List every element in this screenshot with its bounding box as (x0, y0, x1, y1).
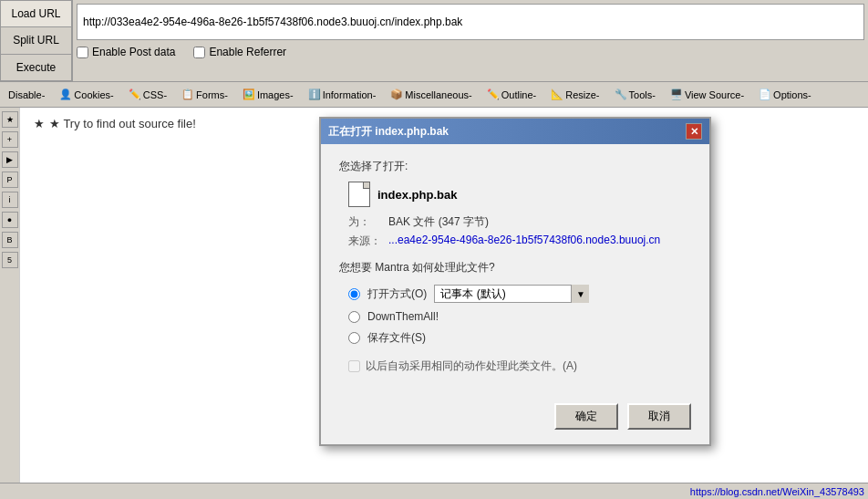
url-input[interactable] (77, 4, 864, 40)
dialog-close-button[interactable]: ✕ (686, 123, 702, 140)
left-icon-p: P (2, 172, 18, 188)
for-value: BAK 文件 (347 字节) (388, 214, 489, 230)
css-icon: ✏️ (129, 88, 141, 100)
menu-options[interactable]: 📄 Options- (752, 85, 818, 104)
confirm-button[interactable]: 确定 (554, 403, 618, 430)
enable-post-checkbox[interactable] (77, 47, 88, 58)
left-icon-arrow: ▶ (2, 151, 18, 168)
left-icon-panel: ★ + ▶ P i ● B 5 (0, 108, 20, 499)
forms-label: Forms- (196, 89, 228, 100)
menu-resize[interactable]: 📐 Resize- (544, 85, 605, 104)
menu-images[interactable]: 🖼️ Images- (236, 85, 300, 104)
enable-post-label[interactable]: Enable Post data (77, 46, 175, 58)
left-buttons: Load URL Split URL Execute (0, 0, 73, 81)
left-icon-num: 5 (2, 252, 18, 268)
for-label: 为： (348, 214, 385, 230)
execute-button[interactable]: Execute (0, 54, 72, 81)
forms-icon: 📋 (181, 88, 194, 100)
radio-save-row: 保存文件(S) (348, 330, 691, 346)
file-open-dialog: 正在打开 index.php.bak ✕ 您选择了打开: index.php.b… (319, 117, 711, 446)
question-row: 您想要 Mantra 如何处理此文件? (339, 260, 691, 275)
status-bar: https://blog.csdn.net/WeiXin_43578493 (0, 483, 868, 499)
menu-outline[interactable]: ✏️ Outline- (480, 85, 543, 104)
outline-icon: ✏️ (487, 88, 500, 100)
options-label: Options- (773, 89, 811, 100)
radio-open[interactable] (348, 288, 360, 300)
load-url-button[interactable]: Load URL (0, 0, 72, 26)
left-icon-circle: ● (2, 212, 18, 228)
information-icon: ℹ️ (308, 88, 321, 100)
radio-save-label: 保存文件(S) (367, 330, 426, 346)
you-chose-label: 您选择了打开: (339, 159, 691, 174)
menu-view-source[interactable]: 🖥️ View Source- (664, 85, 750, 104)
images-label: Images- (257, 89, 294, 100)
radio-group: 打开方式(O) 记事本 (默认) ▼ DownThemAll! 保存文件(S) (339, 285, 691, 346)
enable-referrer-text: Enable Referrer (209, 46, 286, 58)
question-text: 您想要 Mantra 如何处理此文件? (339, 261, 495, 274)
top-bar: Load URL Split URL Execute Enable Post d… (0, 0, 868, 82)
radio-open-row: 打开方式(O) 记事本 (默认) ▼ (348, 285, 691, 303)
post-referrer-row: Enable Post data Enable Referrer (77, 46, 864, 58)
auto-action-row: 以后自动采用相同的动作处理此类文件。(A) (339, 359, 691, 374)
tools-label: Tools- (629, 89, 656, 100)
resize-icon: 📐 (551, 88, 563, 100)
enable-referrer-checkbox[interactable] (193, 47, 205, 58)
auto-action-label: 以后自动采用相同的动作处理此类文件。(A) (366, 359, 577, 374)
menu-css[interactable]: ✏️ CSS- (122, 85, 173, 104)
main-area: ★ + ▶ P i ● B 5 ★ ★ Try to find out sour… (0, 108, 868, 499)
from-value: ...ea4e2-954e-496a-8e26-1b5f57438f06.nod… (388, 234, 660, 249)
tools-icon: 🔧 (615, 88, 627, 100)
miscellaneous-icon: 📦 (390, 88, 403, 100)
menu-cookies[interactable]: 👤 Cookies- (53, 85, 119, 104)
from-label: 来源： (348, 234, 385, 249)
radio-save[interactable] (348, 332, 360, 344)
disable-label: Disable- (8, 89, 45, 100)
open-method-select[interactable]: 记事本 (默认) (434, 285, 589, 303)
auto-action-checkbox[interactable] (348, 360, 360, 372)
outline-label: Outline- (501, 89, 537, 100)
radio-downthemall[interactable] (348, 311, 360, 323)
cookies-icon: 👤 (59, 88, 72, 100)
radio-downthemall-label: DownThemAll! (367, 310, 439, 323)
menu-miscellaneous[interactable]: 📦 Miscellaneous- (384, 85, 478, 104)
file-icon-row: index.php.bak (339, 182, 691, 207)
left-icon-star: ★ (2, 111, 18, 128)
dialog-body: 您选择了打开: index.php.bak 为： BAK 文件 (347 字节)… (321, 144, 709, 403)
content-message: ★ Try to find out source file! (49, 117, 196, 130)
cancel-button[interactable]: 取消 (627, 403, 691, 430)
file-icon (348, 182, 370, 207)
dialog-title-bar: 正在打开 index.php.bak ✕ (321, 119, 709, 144)
css-label: CSS- (143, 89, 167, 100)
dialog-title-text: 正在打开 index.php.bak (328, 124, 449, 140)
enable-post-text: Enable Post data (92, 46, 175, 58)
menu-tools[interactable]: 🔧 Tools- (608, 85, 662, 104)
menu-forms[interactable]: 📋 Forms- (175, 85, 234, 104)
open-method-wrapper: 记事本 (默认) ▼ (434, 285, 589, 303)
url-area: Enable Post data Enable Referrer (73, 0, 868, 81)
menu-bar: Disable- 👤 Cookies- ✏️ CSS- 📋 Forms- 🖼️ … (0, 82, 868, 108)
images-icon: 🖼️ (243, 88, 255, 100)
star-icon: ★ (34, 117, 45, 130)
view-source-icon: 🖥️ (670, 88, 683, 100)
view-source-label: View Source- (685, 89, 744, 100)
for-row: 为： BAK 文件 (347 字节) (339, 214, 691, 230)
information-label: Information- (323, 89, 377, 100)
miscellaneous-label: Miscellaneous- (405, 89, 471, 100)
options-icon: 📄 (759, 88, 771, 100)
resize-label: Resize- (565, 89, 599, 100)
enable-referrer-label[interactable]: Enable Referrer (193, 46, 286, 58)
dialog-footer: 确定 取消 (321, 403, 709, 444)
left-icon-b: B (2, 232, 18, 248)
from-row: 来源： ...ea4e2-954e-496a-8e26-1b5f57438f06… (339, 234, 691, 249)
left-icon-i: i (2, 192, 18, 208)
status-url: https://blog.csdn.net/WeiXin_43578493 (690, 486, 864, 497)
menu-information[interactable]: ℹ️ Information- (302, 85, 383, 104)
radio-open-label: 打开方式(O) (367, 286, 427, 302)
file-name: index.php.bak (377, 188, 457, 202)
cookies-label: Cookies- (74, 89, 113, 100)
menu-disable[interactable]: Disable- (2, 86, 51, 104)
left-icon-plus1[interactable]: + (2, 131, 18, 148)
split-url-button[interactable]: Split URL (0, 26, 72, 53)
radio-downthemall-row: DownThemAll! (348, 310, 691, 323)
